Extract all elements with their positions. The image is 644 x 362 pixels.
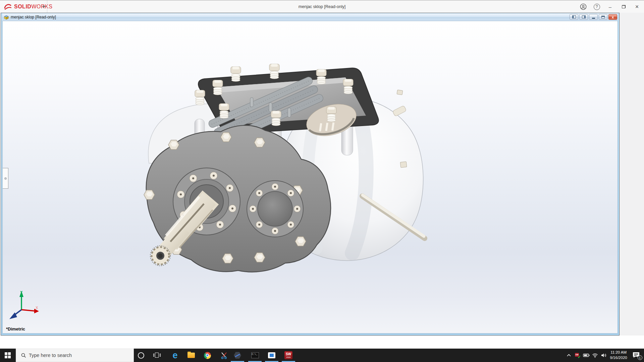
taskbar-file-explorer-button[interactable] — [184, 349, 199, 362]
doc-minimize-button[interactable] — [589, 14, 598, 20]
action-center-button[interactable]: 1 — [629, 349, 644, 362]
taskbar-task-view-button[interactable] — [150, 349, 164, 362]
mdi-client-area — [620, 13, 644, 349]
battery-charging-icon — [583, 353, 590, 357]
gearbox-3d-model[interactable] — [3, 21, 618, 334]
triad-y-label: Y — [20, 290, 23, 294]
taskbar-cortana-button[interactable] — [133, 349, 148, 362]
edge-browser-icon: e — [172, 351, 177, 360]
windows-taskbar: e C:\_ SW 2020 — [0, 349, 644, 362]
tray-wifi-button[interactable] — [591, 349, 599, 362]
taskbar-photos-app-button[interactable] — [264, 349, 279, 362]
tray-show-hidden-icons-button[interactable] — [565, 349, 573, 362]
document-titlebar[interactable]: menjac sklop [Read-only] x — [2, 13, 618, 21]
windows-logo-icon — [5, 352, 11, 358]
help-icon: ? — [594, 4, 600, 10]
document-window: menjac sklop [Read-only] x — [1, 13, 620, 336]
chevron-up-icon — [567, 354, 571, 357]
countershaft-bearing-cover — [247, 181, 303, 237]
restore-button[interactable] — [619, 2, 628, 11]
doc-minimize-icon — [592, 18, 595, 19]
tray-battery-button[interactable] — [582, 349, 591, 362]
assembly-document-icon — [4, 14, 9, 20]
search-input[interactable] — [29, 353, 133, 358]
restore-icon — [622, 5, 626, 8]
start-button[interactable] — [0, 349, 15, 362]
doc-close-button[interactable]: x — [608, 14, 617, 20]
reference-triad: Y X — [8, 289, 39, 322]
snip-scissors-icon — [220, 352, 228, 359]
taskbar-snip-tool-button[interactable] — [217, 349, 231, 362]
view-orientation-label: *Dimetric — [6, 326, 25, 331]
doc-restore-icon — [601, 16, 605, 18]
split-left-icon — [572, 15, 576, 18]
cortana-icon — [138, 352, 144, 359]
panel-handle-dot-icon — [4, 177, 7, 180]
taskbar-chrome-button[interactable] — [200, 349, 215, 362]
search-icon — [21, 353, 26, 358]
taskbar-search[interactable] — [16, 349, 134, 362]
account-icon — [580, 3, 587, 10]
graphics-viewport[interactable]: Y X *Dimetric — [2, 21, 618, 334]
mdi-client-area-bottom — [0, 336, 644, 349]
split-right-icon — [582, 15, 586, 18]
close-button[interactable]: × — [633, 2, 641, 11]
taskbar-command-prompt-button[interactable]: C:\_ — [248, 349, 262, 362]
action-center-icon: 1 — [632, 352, 641, 359]
hexagon-app-icon — [234, 352, 241, 359]
solidworks-resource-monitor-icon: SW ✓ — [575, 353, 580, 358]
account-button[interactable] — [579, 2, 588, 11]
shift-peg — [269, 103, 272, 112]
tray-time: 11:20 AM — [610, 350, 627, 355]
doc-restore-button[interactable] — [599, 14, 607, 20]
file-explorer-icon — [187, 353, 195, 358]
tray-solidworks-monitor-button[interactable]: SW ✓ — [573, 349, 582, 362]
triad-x-label: X — [36, 306, 38, 310]
rear-bolt — [397, 90, 403, 95]
document-title: menjac sklop [Read-only] — [11, 15, 56, 19]
wifi-icon — [592, 353, 598, 358]
split-pane-right-button[interactable] — [579, 14, 588, 20]
task-view-icon — [153, 353, 161, 358]
taskbar-hexagon-app-button[interactable] — [230, 349, 245, 362]
featuremanager-collapsed-tab[interactable] — [3, 168, 8, 189]
app-window-title: menjac sklop [Read-only] — [0, 0, 644, 13]
shift-peg — [250, 98, 253, 107]
rear-stub-shaft — [392, 105, 407, 116]
notification-count-badge: 1 — [638, 355, 642, 360]
solidworks-2020-icon: SW 2020 — [284, 351, 292, 359]
tray-clock[interactable]: 11:20 AM 9/16/2020 — [608, 349, 629, 362]
help-button[interactable]: ? — [592, 2, 601, 11]
chrome-icon — [204, 352, 211, 359]
photos-app-icon — [268, 352, 275, 358]
command-prompt-icon: C:\_ — [251, 352, 259, 358]
minimize-button[interactable]: – — [606, 2, 614, 11]
taskbar-solidworks-button[interactable]: SW 2020 — [281, 349, 296, 362]
taskbar-edge-button[interactable]: e — [168, 349, 182, 362]
tray-volume-button[interactable] — [599, 349, 608, 362]
solidworks-app-titlebar: SOLIDWORKS ▶ menjac sklop [Read-only] ? … — [0, 0, 644, 13]
rear-bolt — [400, 162, 407, 168]
split-pane-left-button[interactable] — [570, 14, 578, 20]
tray-date: 9/16/2020 — [610, 355, 627, 361]
shift-peg — [288, 108, 291, 117]
speaker-icon — [601, 353, 607, 358]
system-tray: SW ✓ — [565, 349, 644, 362]
